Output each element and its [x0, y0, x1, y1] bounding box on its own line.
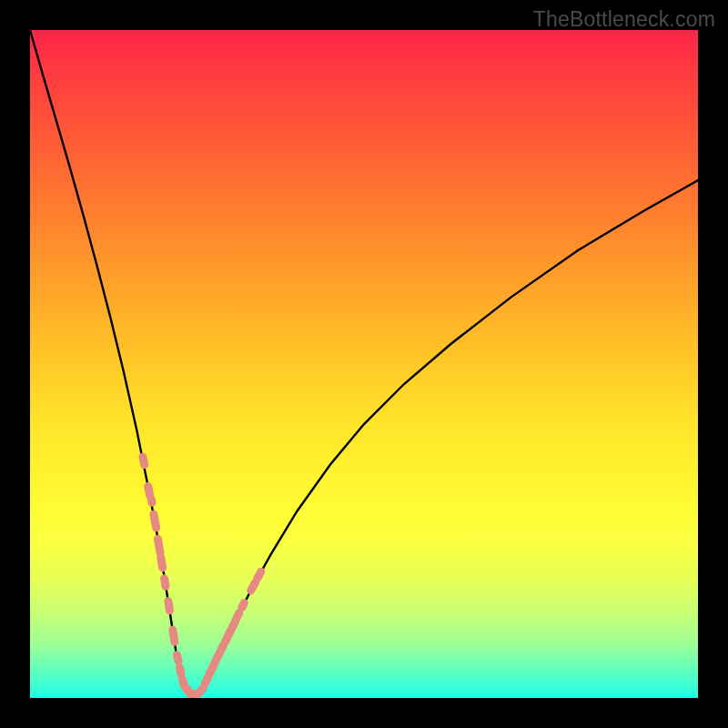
curve-marker — [138, 452, 149, 470]
curve-marker — [156, 552, 167, 572]
curve-marker — [159, 574, 170, 592]
chart-svg — [30, 30, 698, 698]
curve-marker — [149, 510, 161, 532]
curve-marker — [168, 625, 179, 647]
curve-markers — [138, 452, 267, 698]
chart-stage: TheBottleneck.com — [0, 0, 728, 728]
plot-area — [30, 30, 698, 698]
bottleneck-curve — [30, 30, 698, 694]
watermark-text: TheBottleneck.com — [533, 7, 715, 32]
curve-marker — [164, 597, 175, 615]
curve-marker — [172, 650, 184, 666]
